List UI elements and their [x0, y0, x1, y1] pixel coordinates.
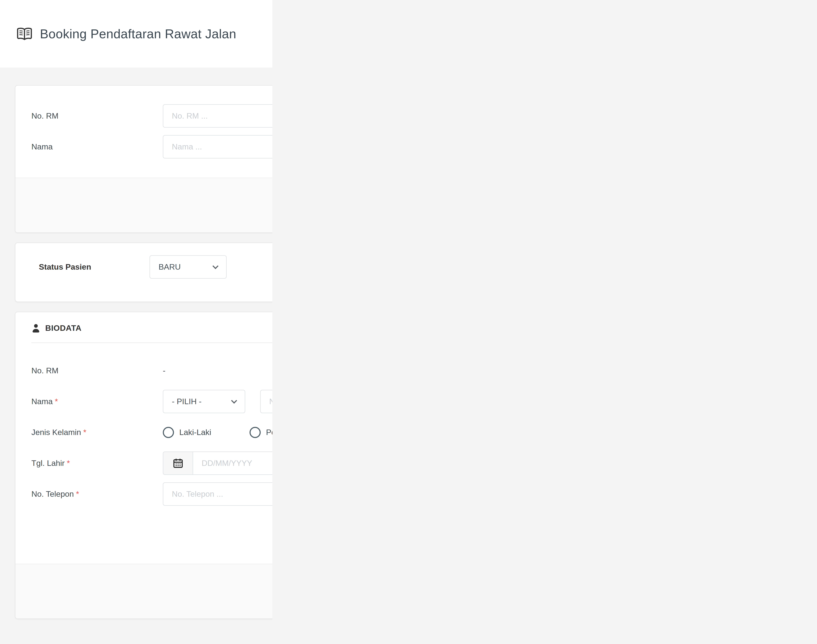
jenis-kelamin-label: Jenis Kelamin* — [31, 428, 163, 437]
chevron-down-icon — [231, 398, 237, 403]
status-pasien-label: Status Pasien — [39, 262, 149, 271]
radio-laki-laki[interactable]: Laki-Laki — [163, 427, 211, 438]
radio-perempuan[interactable]: Perempuan — [250, 427, 272, 438]
page-title: Booking Pendaftaran Rawat Jalan — [40, 27, 236, 41]
divider — [31, 342, 272, 343]
biodata-tgl-lahir-label: Tgl. Lahir* — [31, 458, 163, 468]
biodata-nama-label: Nama* — [31, 397, 163, 406]
status-card: Status Pasien BARU — [15, 242, 272, 302]
biodata-nama-title-select[interactable]: - PILIH - — [163, 390, 245, 413]
radio-icon — [250, 427, 261, 438]
search-card: No. RM No. Telepon Nama Tgl. Lahir — [15, 85, 272, 233]
biodata-no-telepon-input[interactable] — [163, 482, 272, 506]
biodata-tgl-lahir-input[interactable] — [193, 451, 272, 475]
required-asterisk: * — [55, 397, 58, 406]
person-icon — [31, 324, 40, 333]
search-no-rm-input[interactable] — [163, 104, 272, 127]
open-book-icon — [16, 27, 33, 41]
copyright-text: © 2018 Venus Media Teknologi — [15, 619, 272, 644]
biodata-section: BIODATA No. RM - Nama* — [31, 323, 272, 513]
registration-card: BIODATA No. RM - Nama* — [15, 311, 272, 619]
search-nama-input[interactable] — [163, 135, 272, 158]
radio-icon — [163, 427, 174, 438]
required-asterisk: * — [83, 428, 86, 437]
page-header: Booking Pendaftaran Rawat Jalan — [0, 0, 272, 67]
chevron-down-icon — [212, 263, 218, 269]
required-asterisk: * — [76, 489, 79, 498]
status-pasien-select[interactable]: BARU — [149, 255, 227, 279]
search-nama-label: Nama — [31, 142, 163, 151]
biodata-title: BIODATA — [45, 324, 81, 333]
search-no-rm-label: No. RM — [31, 111, 163, 121]
biodata-no-rm-value: - — [163, 366, 272, 375]
status-pasien-value: BARU — [158, 262, 181, 271]
calendar-icon — [163, 451, 193, 475]
required-asterisk: * — [67, 458, 70, 468]
biodata-nama-input[interactable] — [260, 390, 272, 413]
biodata-no-rm-label: No. RM — [31, 366, 163, 375]
biodata-no-telepon-label: No. Telepon* — [31, 489, 163, 498]
